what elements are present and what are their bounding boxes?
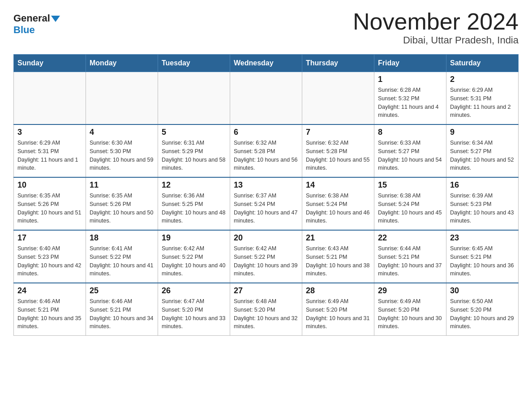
- day-header-wednesday: Wednesday: [230, 55, 302, 72]
- calendar-cell: [302, 72, 374, 125]
- calendar-week-4: 17Sunrise: 6:40 AM Sunset: 5:23 PM Dayli…: [14, 230, 519, 283]
- day-info: Sunrise: 6:46 AM Sunset: 5:21 PM Dayligh…: [17, 297, 82, 331]
- day-number: 16: [450, 180, 515, 190]
- day-info: Sunrise: 6:48 AM Sunset: 5:20 PM Dayligh…: [234, 297, 298, 331]
- calendar-title: November 2024: [353, 9, 519, 34]
- calendar-cell: 26Sunrise: 6:47 AM Sunset: 5:20 PM Dayli…: [158, 283, 230, 336]
- day-info: Sunrise: 6:42 AM Sunset: 5:22 PM Dayligh…: [162, 244, 226, 278]
- day-number: 29: [378, 286, 442, 295]
- day-header-thursday: Thursday: [302, 55, 374, 72]
- calendar-cell: 24Sunrise: 6:46 AM Sunset: 5:21 PM Dayli…: [14, 283, 86, 336]
- day-info: Sunrise: 6:38 AM Sunset: 5:24 PM Dayligh…: [306, 192, 370, 225]
- day-number: 24: [17, 286, 82, 295]
- day-number: 4: [90, 128, 154, 137]
- calendar-cell: 6Sunrise: 6:32 AM Sunset: 5:28 PM Daylig…: [230, 124, 302, 177]
- day-info: Sunrise: 6:29 AM Sunset: 5:31 PM Dayligh…: [450, 86, 515, 120]
- day-info: Sunrise: 6:29 AM Sunset: 5:31 PM Dayligh…: [17, 139, 82, 172]
- day-number: 30: [450, 286, 515, 295]
- calendar-cell: 11Sunrise: 6:35 AM Sunset: 5:26 PM Dayli…: [86, 177, 158, 230]
- calendar-cell: [158, 72, 230, 125]
- day-info: Sunrise: 6:37 AM Sunset: 5:24 PM Dayligh…: [234, 192, 298, 225]
- day-info: Sunrise: 6:43 AM Sunset: 5:21 PM Dayligh…: [306, 244, 370, 278]
- day-info: Sunrise: 6:47 AM Sunset: 5:20 PM Dayligh…: [162, 297, 226, 331]
- day-number: 17: [17, 233, 82, 243]
- calendar-cell: 13Sunrise: 6:37 AM Sunset: 5:24 PM Dayli…: [230, 177, 302, 230]
- day-header-monday: Monday: [86, 55, 158, 72]
- day-header-tuesday: Tuesday: [158, 55, 230, 72]
- day-info: Sunrise: 6:33 AM Sunset: 5:27 PM Dayligh…: [378, 139, 442, 172]
- calendar-cell: 14Sunrise: 6:38 AM Sunset: 5:24 PM Dayli…: [302, 177, 374, 230]
- logo: General Blue: [13, 9, 60, 36]
- calendar-week-3: 10Sunrise: 6:35 AM Sunset: 5:26 PM Dayli…: [14, 177, 519, 230]
- calendar-cell: 19Sunrise: 6:42 AM Sunset: 5:22 PM Dayli…: [158, 230, 230, 283]
- day-number: 3: [17, 128, 82, 137]
- calendar-cell: 28Sunrise: 6:49 AM Sunset: 5:20 PM Dayli…: [302, 283, 374, 336]
- calendar-cell: 16Sunrise: 6:39 AM Sunset: 5:23 PM Dayli…: [446, 177, 519, 230]
- calendar-cell: 30Sunrise: 6:50 AM Sunset: 5:20 PM Dayli…: [446, 283, 519, 336]
- calendar-cell: 8Sunrise: 6:33 AM Sunset: 5:27 PM Daylig…: [374, 124, 446, 177]
- day-info: Sunrise: 6:41 AM Sunset: 5:22 PM Dayligh…: [90, 244, 154, 278]
- calendar-week-5: 24Sunrise: 6:46 AM Sunset: 5:21 PM Dayli…: [14, 283, 519, 336]
- calendar-cell: 5Sunrise: 6:31 AM Sunset: 5:29 PM Daylig…: [158, 124, 230, 177]
- calendar-cell: 21Sunrise: 6:43 AM Sunset: 5:21 PM Dayli…: [302, 230, 374, 283]
- calendar-cell: 22Sunrise: 6:44 AM Sunset: 5:21 PM Dayli…: [374, 230, 446, 283]
- day-info: Sunrise: 6:34 AM Sunset: 5:27 PM Dayligh…: [450, 139, 515, 172]
- logo-general-text: General: [13, 13, 50, 24]
- day-info: Sunrise: 6:32 AM Sunset: 5:28 PM Dayligh…: [234, 139, 298, 172]
- calendar-cell: 18Sunrise: 6:41 AM Sunset: 5:22 PM Dayli…: [86, 230, 158, 283]
- calendar-cell: 7Sunrise: 6:32 AM Sunset: 5:28 PM Daylig…: [302, 124, 374, 177]
- day-number: 18: [90, 233, 154, 243]
- day-number: 28: [306, 286, 370, 295]
- day-number: 5: [162, 128, 226, 137]
- calendar-subtitle: Dibai, Uttar Pradesh, India: [353, 34, 519, 46]
- calendar-week-1: 1Sunrise: 6:28 AM Sunset: 5:32 PM Daylig…: [14, 72, 519, 125]
- day-number: 8: [378, 128, 442, 137]
- day-number: 11: [90, 180, 154, 190]
- day-number: 14: [306, 180, 370, 190]
- calendar-cell: [86, 72, 158, 125]
- day-info: Sunrise: 6:35 AM Sunset: 5:26 PM Dayligh…: [90, 192, 154, 225]
- day-number: 22: [378, 233, 442, 243]
- day-info: Sunrise: 6:31 AM Sunset: 5:29 PM Dayligh…: [162, 139, 226, 172]
- calendar-cell: 2Sunrise: 6:29 AM Sunset: 5:31 PM Daylig…: [446, 72, 519, 125]
- title-block: November 2024 Dibai, Uttar Pradesh, Indi…: [353, 9, 519, 46]
- calendar-cell: 9Sunrise: 6:34 AM Sunset: 5:27 PM Daylig…: [446, 124, 519, 177]
- day-info: Sunrise: 6:28 AM Sunset: 5:32 PM Dayligh…: [378, 86, 442, 120]
- calendar-week-2: 3Sunrise: 6:29 AM Sunset: 5:31 PM Daylig…: [14, 124, 519, 177]
- calendar-header: SundayMondayTuesdayWednesdayThursdayFrid…: [14, 55, 519, 72]
- day-number: 10: [17, 180, 82, 190]
- days-of-week-row: SundayMondayTuesdayWednesdayThursdayFrid…: [14, 55, 519, 72]
- calendar-cell: 12Sunrise: 6:36 AM Sunset: 5:25 PM Dayli…: [158, 177, 230, 230]
- day-info: Sunrise: 6:40 AM Sunset: 5:23 PM Dayligh…: [17, 244, 82, 278]
- day-number: 21: [306, 233, 370, 243]
- calendar-cell: 4Sunrise: 6:30 AM Sunset: 5:30 PM Daylig…: [86, 124, 158, 177]
- calendar-cell: 25Sunrise: 6:46 AM Sunset: 5:21 PM Dayli…: [86, 283, 158, 336]
- calendar-cell: [14, 72, 86, 125]
- day-number: 1: [378, 75, 442, 84]
- day-info: Sunrise: 6:49 AM Sunset: 5:20 PM Dayligh…: [378, 297, 442, 331]
- calendar-body: 1Sunrise: 6:28 AM Sunset: 5:32 PM Daylig…: [14, 72, 519, 336]
- calendar-cell: [230, 72, 302, 125]
- day-info: Sunrise: 6:45 AM Sunset: 5:21 PM Dayligh…: [450, 244, 515, 278]
- calendar-cell: 27Sunrise: 6:48 AM Sunset: 5:20 PM Dayli…: [230, 283, 302, 336]
- calendar-cell: 10Sunrise: 6:35 AM Sunset: 5:26 PM Dayli…: [14, 177, 86, 230]
- calendar-table: SundayMondayTuesdayWednesdayThursdayFrid…: [13, 54, 519, 336]
- day-info: Sunrise: 6:35 AM Sunset: 5:26 PM Dayligh…: [17, 192, 82, 225]
- day-info: Sunrise: 6:39 AM Sunset: 5:23 PM Dayligh…: [450, 192, 515, 225]
- day-info: Sunrise: 6:44 AM Sunset: 5:21 PM Dayligh…: [378, 244, 442, 278]
- day-number: 15: [378, 180, 442, 190]
- calendar-cell: 17Sunrise: 6:40 AM Sunset: 5:23 PM Dayli…: [14, 230, 86, 283]
- day-info: Sunrise: 6:30 AM Sunset: 5:30 PM Dayligh…: [90, 139, 154, 172]
- day-header-sunday: Sunday: [14, 55, 86, 72]
- day-number: 2: [450, 75, 515, 84]
- logo-general-line: General: [13, 13, 60, 23]
- day-number: 27: [234, 286, 298, 295]
- day-number: 7: [306, 128, 370, 137]
- day-info: Sunrise: 6:38 AM Sunset: 5:24 PM Dayligh…: [378, 192, 442, 225]
- day-info: Sunrise: 6:36 AM Sunset: 5:25 PM Dayligh…: [162, 192, 226, 225]
- calendar-cell: 15Sunrise: 6:38 AM Sunset: 5:24 PM Dayli…: [374, 177, 446, 230]
- day-info: Sunrise: 6:42 AM Sunset: 5:22 PM Dayligh…: [234, 244, 298, 278]
- calendar-cell: 20Sunrise: 6:42 AM Sunset: 5:22 PM Dayli…: [230, 230, 302, 283]
- logo-triangle-icon: [51, 16, 60, 22]
- day-number: 25: [90, 286, 154, 295]
